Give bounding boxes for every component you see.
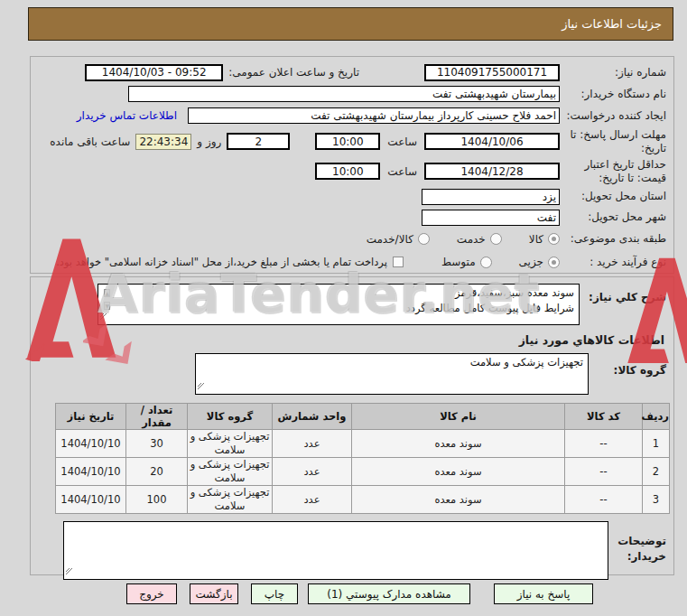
request-creator-input[interactable]: [188, 107, 560, 124]
radio-option-minor[interactable]: جزیی: [519, 256, 560, 268]
resize-handle-icon[interactable]: [99, 311, 107, 323]
delivery-city-input[interactable]: [422, 210, 560, 226]
radio-label: جزیی: [519, 256, 543, 268]
buyer-org-input[interactable]: [128, 86, 560, 102]
resize-handle-icon[interactable]: [65, 565, 73, 578]
respond-to-need-button[interactable]: پاسخ به نیاز: [494, 583, 593, 604]
price-validity-time-input[interactable]: [315, 163, 380, 180]
checkbox-icon[interactable]: [393, 257, 404, 267]
checkbox-label: پرداخت تمام یا بخشی از مبلغ خرید،از محل …: [56, 256, 387, 268]
radio-option-service[interactable]: خدمت: [457, 233, 502, 246]
radio-icon[interactable]: [480, 257, 492, 268]
goods-info-panel: شرح کلي نیاز: سوند معده سبز،سفید،قرمز شر…: [30, 276, 674, 575]
col-group: گروه کالا: [188, 404, 273, 430]
table-row: 1 -- سوند معده عدد تجهیزات پزشکی و سلامت…: [56, 430, 670, 458]
buyer-notes-textarea[interactable]: [63, 521, 608, 580]
col-row: ردیف: [643, 404, 670, 430]
buyer-org-label: نام دستگاه خریدار:: [560, 88, 666, 101]
col-need-date: تاریخ نیاز: [56, 404, 126, 430]
scroll-up-icon[interactable]: ▲: [104, 289, 110, 297]
page-title: جزئیات اطلاعات نیاز: [28, 7, 673, 41]
col-quantity: تعداد / مقدار: [126, 404, 188, 430]
print-button[interactable]: چاپ: [251, 583, 298, 604]
request-creator-label: ایجاد کننده درخواست:: [560, 109, 666, 123]
exit-button[interactable]: خروج: [126, 583, 177, 604]
goods-group-textarea[interactable]: تجهیزات پزشکی و سلامت: [195, 353, 589, 395]
table-header-row: ردیف کد کالا نام کالا واحد شمارش گروه کا…: [56, 404, 670, 430]
price-validity-date-input[interactable]: [424, 163, 560, 180]
remaining-time-badge: 22:43:34: [135, 134, 191, 150]
scroll-down-icon[interactable]: ▼: [104, 302, 110, 310]
process-type-label: نوع فرآیند خرید :: [560, 256, 666, 269]
radio-label: کالا: [529, 233, 543, 246]
goods-table: ردیف کد کالا نام کالا واحد شمارش گروه کا…: [55, 403, 670, 514]
back-button[interactable]: بازگشت: [190, 583, 238, 604]
scrollbar[interactable]: ▲ ▼: [99, 285, 110, 311]
price-validity-label: حداقل تاریخ اعتبار قیمت: تا تاریخ:: [560, 158, 666, 185]
delivery-city-label: شهر محل تحویل:: [560, 210, 666, 224]
radio-option-goods[interactable]: کالا: [529, 233, 560, 246]
need-number-input[interactable]: [424, 64, 560, 81]
radio-icon[interactable]: [548, 233, 560, 245]
radio-label: متوسط: [441, 256, 476, 268]
radio-option-goods-service[interactable]: کالا/خدمت: [367, 233, 430, 246]
table-row: 2 -- سوند معده عدد تجهیزات پزشکی و سلامت…: [56, 458, 670, 486]
goods-section-header: اطلاعات کالاهاي مورد نیاز: [31, 325, 673, 347]
need-number-label: شماره نیاز:: [560, 66, 666, 79]
announce-datetime-input[interactable]: [85, 64, 223, 81]
reply-deadline-label: مهلت ارسال پاسخ: تا تاریخ:: [560, 128, 666, 155]
col-unit: واحد شمارش: [273, 404, 352, 430]
goods-group-label: گروه کالا:: [589, 353, 666, 377]
radio-label: کالا/خدمت: [367, 233, 413, 246]
remaining-days-input[interactable]: [227, 133, 290, 150]
deadline-time-label: ساعت: [387, 135, 417, 148]
price-validity-time-label: ساعت: [387, 165, 417, 178]
buyer-contact-link[interactable]: اطلاعات تماس خریدار: [77, 109, 177, 122]
reply-deadline-date-input[interactable]: [424, 133, 560, 150]
delivery-province-label: استان محل تحویل:: [560, 190, 666, 203]
table-row: 3 -- سوند معده عدد تجهیزات پزشکی و سلامت…: [56, 486, 670, 514]
need-info-panel: شماره نیاز: تاریخ و ساعت اعلان عمومی: نا…: [30, 56, 674, 274]
remaining-suffix-label: ساعت باقی مانده: [50, 135, 130, 148]
action-buttons: پاسخ به نیاز مشاهده مدارک پیوستي (1) چاپ…: [126, 583, 593, 604]
buyer-notes-label: توضیحات خریدار:: [608, 521, 666, 565]
reply-deadline-time-input[interactable]: [315, 133, 380, 150]
remaining-days-label: روز و: [197, 135, 221, 148]
radio-label: خدمت: [457, 233, 486, 246]
need-description-label: شرح کلي نیاز:: [580, 284, 666, 303]
radio-option-medium[interactable]: متوسط: [441, 256, 492, 268]
radio-icon[interactable]: [490, 233, 502, 245]
col-name: نام کالا: [352, 404, 565, 430]
view-attachments-button[interactable]: مشاهده مدارک پیوستي (1): [308, 583, 470, 604]
delivery-province-input[interactable]: [422, 189, 560, 205]
radio-icon[interactable]: [548, 257, 560, 268]
radio-icon[interactable]: [418, 233, 430, 245]
resize-handle-icon[interactable]: [197, 380, 205, 393]
announce-datetime-label: تاریخ و ساعت اعلان عمومی:: [228, 66, 359, 79]
treasury-checkbox-option[interactable]: پرداخت تمام یا بخشی از مبلغ خرید،از محل …: [56, 256, 404, 268]
col-code: کد کالا: [565, 404, 643, 430]
subject-class-label: طبقه بندی موضوعی:: [560, 232, 666, 246]
need-description-textarea[interactable]: سوند معده سبز،سفید،قرمز شرایط فایل پیوست…: [97, 284, 580, 325]
